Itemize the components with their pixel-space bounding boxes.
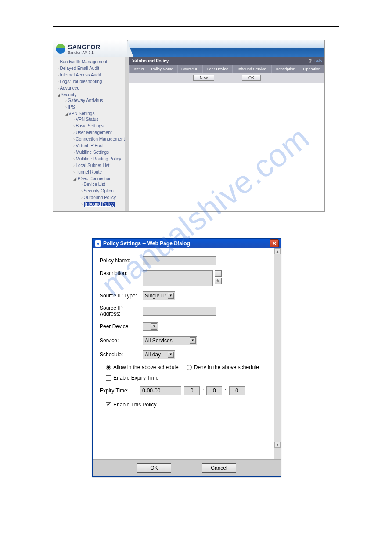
nav-item[interactable]: Device List: [79, 181, 129, 188]
content-titlebar: >>Inbound Policy ❔ Help: [129, 57, 324, 65]
chevron-down-icon: ▼: [190, 337, 196, 344]
close-icon[interactable]: ✕: [270, 239, 279, 247]
nav-item[interactable]: Outbound Policy: [79, 194, 129, 201]
description-input[interactable]: [143, 270, 213, 286]
cancel-button[interactable]: Cancel: [202, 463, 236, 473]
radio-icon: [187, 365, 192, 370]
chevron-down-icon: ▼: [151, 323, 157, 330]
ok-button[interactable]: OK: [242, 75, 261, 81]
chevron-down-icon: ▼: [168, 293, 174, 299]
nav-item-vpn[interactable]: VPN Settings VPN Status Basic Settings U…: [63, 110, 129, 209]
label-source-ip-type: Source IP Type:: [100, 293, 143, 299]
col-peer: Peer Device: [202, 65, 233, 73]
scroll-down-icon[interactable]: ▼: [274, 442, 281, 448]
label-service: Service:: [100, 337, 143, 344]
help-link[interactable]: ❔ Help: [308, 57, 322, 65]
peer-device-select[interactable]: ▼: [143, 322, 158, 331]
nav-item[interactable]: Virtual IP Pool: [71, 142, 129, 149]
nav-item[interactable]: Connection Management: [71, 136, 129, 142]
policy-name-input[interactable]: [143, 256, 216, 265]
expiry-date-input[interactable]: [140, 386, 181, 395]
bottom-rule: [53, 499, 339, 499]
expiry-hour-input[interactable]: [184, 386, 200, 395]
col-op: Operation: [299, 65, 324, 73]
label-description: Description:: [100, 270, 143, 276]
label-schedule: Schedule:: [100, 352, 143, 358]
content-title: >>Inbound Policy: [132, 57, 169, 65]
admin-panel: SANGFOR Sangfor IAM 2.1 Bandwidth Manage…: [53, 40, 325, 212]
nav-tree[interactable]: Bandwidth Management Delayed Email Audit…: [53, 57, 129, 211]
nav-item[interactable]: Advanced: [55, 85, 129, 91]
brand: SANGFOR Sangfor IAM 2.1: [53, 40, 128, 57]
nav-scrollbar[interactable]: [125, 57, 129, 211]
label-policy-name: Policy Name:: [100, 258, 143, 264]
brand-sub: Sangfor IAM 2.1: [68, 51, 101, 54]
col-status: Status: [130, 65, 147, 73]
dialog-footer: OK Cancel: [93, 459, 281, 476]
source-ip-input[interactable]: [143, 307, 216, 316]
expiry-sec-input[interactable]: [229, 386, 245, 395]
policy-settings-dialog: e Policy Settings -- Web Page Dialog ✕ ▲…: [92, 238, 281, 477]
label-peer-device: Peer Device:: [100, 323, 143, 330]
nav-item[interactable]: Gateway Antivirus: [63, 97, 129, 104]
nav-item-inbound-policy[interactable]: Inbound Policy: [79, 201, 129, 207]
desc-expand-icon[interactable]: ─: [215, 270, 222, 277]
checkbox-icon: [106, 375, 111, 381]
nav-item[interactable]: Tunnel Route: [71, 169, 129, 175]
col-name: Policy Name: [147, 65, 177, 73]
col-desc: Description: [272, 65, 299, 73]
radio-allow[interactable]: Allow in the above schedule: [106, 364, 179, 370]
col-source-ip: Source IP: [178, 65, 202, 73]
nav-item[interactable]: Multiline Routing Policy: [71, 156, 129, 162]
service-select[interactable]: All Services▼: [143, 336, 197, 345]
scroll-up-icon[interactable]: ▲: [274, 248, 281, 254]
nav-item[interactable]: IPS: [63, 104, 129, 110]
radio-deny[interactable]: Deny in the above schedule: [187, 364, 259, 370]
nav-item[interactable]: Delayed Email Audit: [55, 65, 129, 72]
checkbox-expiry[interactable]: Enable Expiry Time: [106, 375, 158, 381]
nav-item[interactable]: Basic Settings: [71, 123, 129, 129]
label-source-ip-addr: Source IP Address:: [100, 305, 143, 317]
nav-item[interactable]: Multiline Settings: [71, 149, 129, 156]
nav-item[interactable]: Logs/Troubleshooting: [55, 78, 129, 85]
nav-item[interactable]: Local Subnet List: [71, 162, 129, 169]
nav-item[interactable]: Bandwidth Management: [55, 58, 129, 65]
schedule-select[interactable]: All day▼: [143, 350, 175, 359]
nav-item-ipsec[interactable]: IPSec Connection Device List Security Op…: [71, 175, 129, 208]
sangfor-logo-icon: [56, 44, 65, 54]
dialog-title: Policy Settings -- Web Page Dialog: [103, 240, 190, 247]
radio-icon: [106, 365, 111, 370]
expiry-min-input[interactable]: [206, 386, 222, 395]
checkbox-enable-policy[interactable]: ✔Enable This Policy: [106, 402, 157, 408]
chevron-down-icon: ▼: [168, 352, 174, 358]
source-ip-type-select[interactable]: Single IP▼: [143, 291, 175, 300]
nav-item[interactable]: Internet Access Audit: [55, 72, 129, 78]
nav-item[interactable]: User Management: [71, 129, 129, 136]
dialog-titlebar[interactable]: e Policy Settings -- Web Page Dialog ✕: [93, 239, 281, 248]
label-expiry-time: Expiry Time:: [100, 388, 137, 394]
nav-item-security[interactable]: Security Gateway Antivirus IPS VPN Setti…: [55, 91, 129, 210]
new-button[interactable]: New: [193, 75, 214, 81]
ie-icon: e: [95, 240, 101, 247]
ok-button[interactable]: OK: [137, 463, 171, 473]
nav-item[interactable]: Security Option: [79, 188, 129, 194]
desc-edit-icon[interactable]: ✎: [215, 278, 222, 284]
policy-table: Status Policy Name Source IP Peer Device…: [129, 65, 324, 73]
col-service: Inbound Service: [233, 65, 272, 73]
content-area: >>Inbound Policy ❔ Help Status Policy Na…: [129, 57, 324, 211]
top-rule: [53, 26, 339, 27]
brand-name: SANGFOR: [68, 44, 101, 51]
checkbox-icon: ✔: [106, 402, 111, 407]
admin-header: SANGFOR Sangfor IAM 2.1: [53, 40, 324, 57]
table-button-row: New OK: [129, 73, 324, 83]
nav-item[interactable]: VPN Status: [71, 116, 129, 123]
